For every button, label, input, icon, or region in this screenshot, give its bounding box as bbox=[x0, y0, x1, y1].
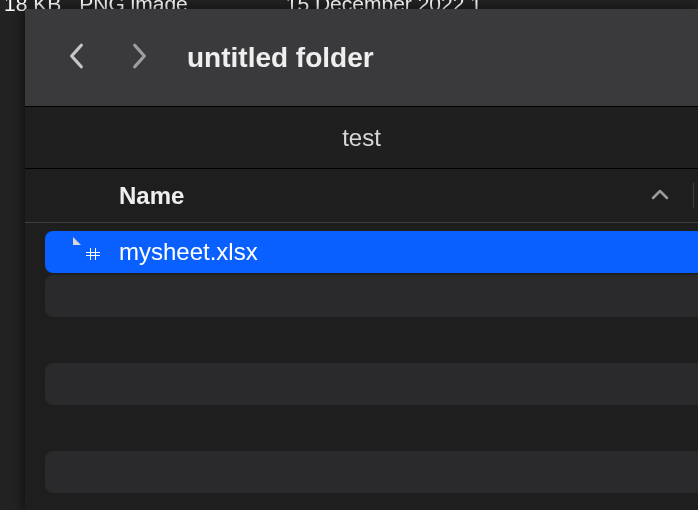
chevron-right-icon bbox=[128, 41, 150, 75]
column-header-row: Name bbox=[25, 169, 698, 223]
path-segment: test bbox=[342, 124, 381, 152]
toolbar: untitled folder bbox=[25, 9, 698, 107]
list-item[interactable] bbox=[45, 319, 698, 361]
column-header-name[interactable]: Name bbox=[119, 182, 184, 210]
file-name: mysheet.xlsx bbox=[119, 238, 258, 266]
path-bar[interactable]: test bbox=[25, 107, 698, 169]
list-item[interactable] bbox=[45, 275, 698, 317]
xlsx-icon bbox=[81, 237, 105, 267]
list-item[interactable] bbox=[45, 407, 698, 449]
nav-back-button[interactable] bbox=[55, 36, 99, 80]
chevron-left-icon bbox=[66, 41, 88, 75]
list-item[interactable] bbox=[45, 451, 698, 493]
list-item[interactable]: mysheet.xlsx bbox=[45, 231, 698, 273]
finder-window: untitled folder test Name mysheet.xlsx bbox=[25, 9, 698, 510]
window-title: untitled folder bbox=[187, 42, 374, 74]
file-list[interactable]: mysheet.xlsx bbox=[25, 223, 698, 510]
column-divider[interactable] bbox=[693, 183, 694, 208]
chevron-up-icon bbox=[650, 187, 670, 205]
list-item[interactable] bbox=[45, 363, 698, 405]
nav-forward-button[interactable] bbox=[117, 36, 161, 80]
